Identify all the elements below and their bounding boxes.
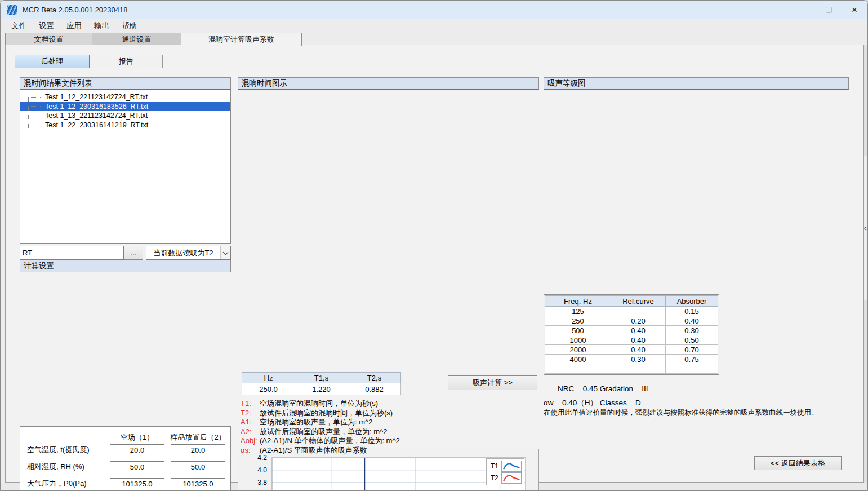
abs-table-row: 1250.15 bbox=[545, 307, 718, 316]
svg-text:4.2: 4.2 bbox=[257, 454, 267, 462]
legend-label-t2: T2 bbox=[491, 474, 498, 482]
humidity-field-2[interactable] bbox=[171, 461, 225, 472]
rt-freq-table: Hz T1,s T2,s 250.0 1.220 0.882 bbox=[242, 372, 401, 395]
tab-channel-settings[interactable]: 通道设置 bbox=[92, 33, 181, 45]
curve-icon-blue bbox=[501, 461, 522, 472]
pressure-field-1[interactable] bbox=[110, 478, 164, 489]
file-item-label: Test 1_13_221123142724_RT.txt bbox=[45, 112, 148, 120]
file-item[interactable]: Test 1_22_230316141219_RT.txt bbox=[20, 121, 230, 130]
tab-document-settings[interactable]: 文档设置 bbox=[5, 33, 92, 45]
calc-settings-panel: 空场（1） 样品放置后（2） 空气温度, t(摄氏度) 相对湿度, RH (%)… bbox=[20, 426, 231, 491]
rt-table-header-hz: Hz bbox=[242, 373, 295, 383]
menu-item-output[interactable]: 输出 bbox=[88, 20, 115, 32]
subtab-report[interactable]: 报告 bbox=[90, 55, 163, 68]
svg-text:4.0: 4.0 bbox=[257, 466, 267, 474]
absorption-calc-button[interactable]: 吸声计算 >> bbox=[448, 375, 537, 390]
rt-table-header-t1: T1,s bbox=[295, 373, 348, 383]
tree-dash-icon bbox=[28, 97, 41, 98]
note-line-aobj: Aobj:(A2-A1)/N 单个物体的吸声量，单位为: m^2 bbox=[241, 436, 426, 446]
rt-name-input[interactable] bbox=[20, 246, 124, 260]
menu-item-help[interactable]: 帮助 bbox=[115, 20, 143, 32]
abs-table-row: 20000.400.70 bbox=[545, 345, 718, 355]
file-item-label: Test 1_12_221123142724_RT.txt bbox=[45, 93, 148, 101]
data-read-select-value: 当前数据读取为T2 bbox=[146, 248, 220, 258]
abs-chart-header: 吸声等级图 bbox=[544, 77, 849, 90]
note-line-a2: A2:放试件后混响室的吸声量，单位为: m^2 bbox=[241, 427, 426, 437]
file-list[interactable]: Test 1_12_221123142724_RT.txt Test 1_12_… bbox=[20, 90, 231, 244]
humidity-field-1[interactable] bbox=[110, 461, 164, 472]
rt-freq-table-wrap: Hz T1,s T2,s 250.0 1.220 0.882 bbox=[241, 371, 402, 396]
rt-table-header-t2: T2,s bbox=[348, 373, 401, 383]
abs-table-row: 40000.300.75 bbox=[545, 355, 718, 364]
tree-line bbox=[28, 96, 29, 128]
close-icon: × bbox=[852, 5, 857, 15]
close-button[interactable]: × bbox=[842, 1, 867, 19]
abs-table-row-empty bbox=[545, 364, 718, 374]
maximize-icon bbox=[826, 7, 832, 13]
legend-row-t2: T2 bbox=[489, 472, 522, 484]
column-header-with-sample: 样品放置后（2） bbox=[163, 432, 233, 443]
rt-chart-legend: T1 T2 bbox=[486, 458, 524, 485]
file-list-header: 混时间结果文件列表 bbox=[20, 77, 231, 90]
file-item-label: Test 1_22_230316141219_RT.txt bbox=[45, 121, 148, 129]
air-temp-label: 空气温度, t(摄氏度) bbox=[27, 444, 90, 455]
app-logo-icon bbox=[7, 5, 17, 15]
pressure-field-2[interactable] bbox=[171, 478, 225, 489]
chevron-down-icon bbox=[220, 246, 230, 259]
tree-dash-icon bbox=[28, 125, 41, 125]
note-line-t2: T2:放试件后混响室的混响时间，单位为秒(s) bbox=[241, 409, 426, 418]
rt-chart-panel[interactable]: 0.20.40.60.81.01.21.41.61.82.02.22.42.62… bbox=[238, 449, 539, 491]
menubar: 文件 设置 应用 输出 帮助 bbox=[1, 19, 867, 33]
tab-reverb-absorption[interactable]: 混响室计算吸声系数 bbox=[181, 33, 302, 46]
file-item-selected[interactable]: Test 1_12_230316183526_RT.txt bbox=[20, 102, 230, 112]
notes-block: T1:空场混响室的混响时间，单位为秒(s) T2:放试件后混响室的混响时间，单位… bbox=[241, 399, 426, 455]
curve-icon-red bbox=[501, 472, 522, 484]
abs-table-header-freq: Freq. Hz bbox=[545, 296, 611, 307]
app-window: MCR Beta 2.05.0.001 20230418 × 文件 设置 应用 … bbox=[0, 0, 868, 491]
abs-table-header-ref: Ref.curve bbox=[611, 296, 666, 307]
abs-table-row: 2500.200.40 bbox=[545, 316, 718, 326]
menu-item-file[interactable]: 文件 bbox=[5, 20, 33, 32]
legend-label-t1: T1 bbox=[491, 462, 498, 470]
rt-table-cell-t1: 1.220 bbox=[295, 383, 348, 395]
abs-table: Freq. Hz Ref.curve Absorber 1250.15 2500… bbox=[545, 295, 718, 374]
air-temp-field-1[interactable] bbox=[110, 444, 164, 455]
titlebar: MCR Beta 2.05.0.001 20230418 × bbox=[1, 1, 867, 19]
rt-table-cell-t2: 0.882 bbox=[348, 383, 401, 395]
svg-text:3.8: 3.8 bbox=[257, 479, 267, 486]
browse-button[interactable]: ... bbox=[124, 246, 143, 260]
nrc-text: NRC = 0.45 Gradation = III bbox=[558, 384, 648, 393]
note-line-a1: A1:空场混响室的吸声量，单位为: m^2 bbox=[241, 418, 426, 427]
calc-settings-header: 计算设置 bbox=[20, 260, 231, 272]
note-line-t1: T1:空场混响室的混响时间，单位为秒(s) bbox=[241, 399, 426, 409]
rt-table-cell-hz: 250.0 bbox=[242, 383, 295, 395]
minimize-button[interactable] bbox=[790, 1, 816, 19]
tree-dash-icon bbox=[28, 106, 41, 107]
file-item[interactable]: Test 1_13_221123142724_RT.txt bbox=[20, 111, 230, 121]
rt-chart-header: 混响时间图示 bbox=[238, 77, 539, 90]
column-header-empty-room: 空场（1） bbox=[108, 432, 167, 443]
minimize-icon bbox=[799, 10, 807, 10]
legend-row-t1: T1 bbox=[489, 460, 522, 472]
abs-table-wrap: Freq. Hz Ref.curve Absorber 1250.15 2500… bbox=[544, 294, 719, 375]
abs-table-row: 10000.400.50 bbox=[545, 335, 718, 345]
maximize-button[interactable] bbox=[816, 1, 842, 19]
menu-item-settings[interactable]: 设置 bbox=[33, 20, 60, 32]
abs-table-row: 5000.400.30 bbox=[545, 326, 718, 335]
tab-content: 后处理 报告 混时间结果文件列表 Test 1_12_221123142724_… bbox=[5, 45, 864, 483]
menu-item-application[interactable]: 应用 bbox=[60, 20, 88, 32]
data-read-select[interactable]: 当前数据读取为T2 bbox=[146, 246, 231, 260]
note-line-as: αs:(A2-A1)/S 平面吸声体的吸声系数 bbox=[241, 446, 426, 455]
subtab-postprocess[interactable]: 后处理 bbox=[15, 55, 90, 68]
aw-text: αw = 0.40（H） Classes = D bbox=[544, 398, 641, 408]
file-item-label: Test 1_12_230316183526_RT.txt bbox=[45, 103, 148, 110]
file-item[interactable]: Test 1_12_221123142724_RT.txt bbox=[20, 92, 230, 102]
back-to-results-button[interactable]: << 返回结果表格 bbox=[754, 456, 842, 470]
air-temp-field-2[interactable] bbox=[171, 444, 225, 455]
tree-dash-icon bbox=[28, 116, 41, 116]
window-title: MCR Beta 2.05.0.001 20230418 bbox=[23, 6, 127, 14]
abs-table-header-absorber: Absorber bbox=[666, 296, 718, 307]
main-tabstrip: 文档设置 通道设置 混响室计算吸声系数 bbox=[5, 33, 302, 45]
humidity-label: 相对湿度, RH (%) bbox=[27, 461, 84, 472]
pressure-label: 大气压力，P0(Pa) bbox=[27, 478, 86, 489]
